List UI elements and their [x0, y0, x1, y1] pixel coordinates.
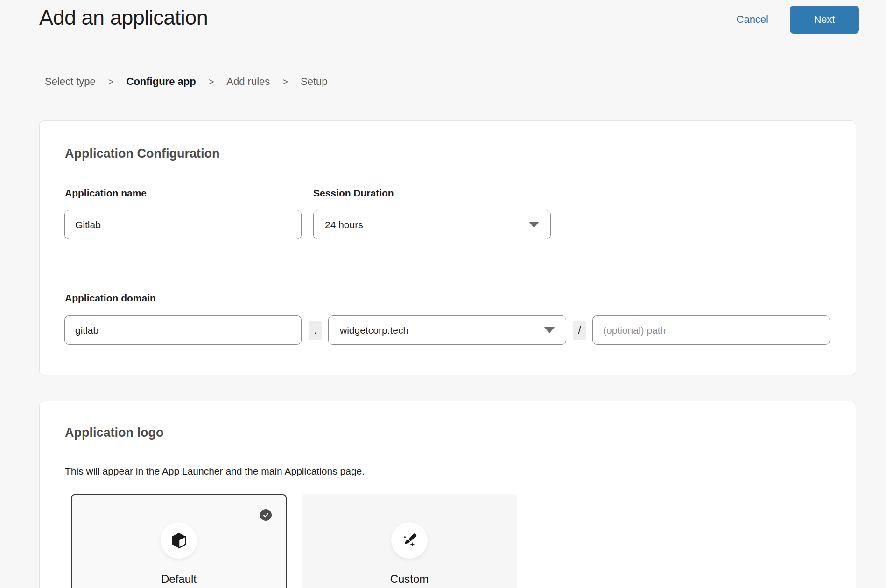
path-input[interactable] [592, 315, 830, 345]
application-domain-label: Application domain [65, 293, 156, 304]
domain-value: widgetcorp.tech [340, 325, 408, 336]
page-title: Add an application [39, 6, 208, 30]
step-setup[interactable]: Setup [301, 76, 328, 88]
session-duration-value: 24 hours [325, 219, 363, 231]
breadcrumb-separator: > [209, 77, 214, 87]
selected-check-icon [260, 509, 272, 521]
logo-option-custom[interactable]: Custom [302, 494, 517, 588]
paintbrush-icon [400, 531, 419, 550]
wizard-breadcrumb: Select type > Configure app > Add rules … [45, 76, 327, 88]
session-duration-label: Session Duration [313, 188, 394, 199]
slash-separator: / [573, 321, 586, 340]
logo-option-label: Default [72, 573, 286, 586]
cancel-button[interactable]: Cancel [737, 14, 768, 26]
next-button[interactable]: Next [790, 6, 859, 34]
cube-icon [170, 532, 188, 549]
subdomain-input[interactable] [64, 315, 302, 345]
step-add-rules[interactable]: Add rules [226, 76, 270, 88]
breadcrumb-separator: > [282, 77, 288, 87]
step-configure-app[interactable]: Configure app [127, 76, 196, 88]
chevron-down-icon [529, 222, 539, 228]
session-duration-select[interactable]: 24 hours [313, 210, 551, 239]
step-select-type[interactable]: Select type [45, 76, 96, 88]
default-logo-circle [161, 522, 197, 559]
header-actions: Cancel Next [737, 6, 859, 34]
dot-separator: . [309, 321, 322, 340]
breadcrumb-separator: > [108, 77, 114, 87]
application-logo-description: This will appear in the App Launcher and… [65, 466, 365, 477]
application-logo-card: Application logo This will appear in the… [39, 401, 856, 588]
application-logo-heading: Application logo [65, 426, 163, 440]
custom-logo-circle [391, 522, 428, 559]
logo-option-label: Custom [302, 573, 516, 586]
application-name-input[interactable] [64, 210, 302, 239]
chevron-down-icon [544, 327, 555, 333]
logo-option-default[interactable]: Default [71, 494, 287, 588]
application-configuration-card: Application Configuration Application na… [39, 120, 856, 375]
application-configuration-heading: Application Configuration [65, 147, 219, 161]
domain-select[interactable]: widgetcorp.tech [328, 315, 566, 345]
application-name-label: Application name [65, 188, 147, 199]
